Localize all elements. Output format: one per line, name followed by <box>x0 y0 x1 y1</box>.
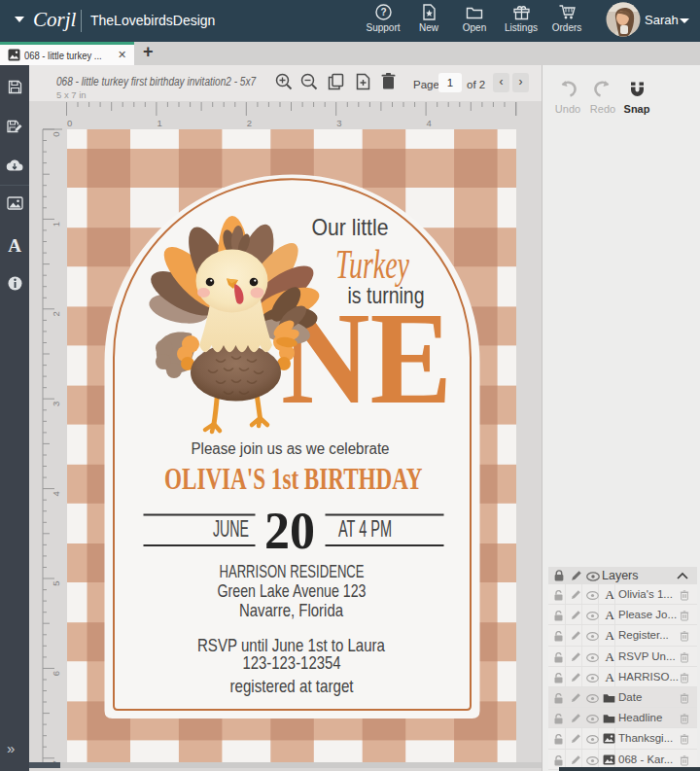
svg-text:AT 4 PM: AT 4 PM <box>338 515 392 542</box>
svg-text:Navarre, Florida: Navarre, Florida <box>239 600 343 620</box>
svg-text:4: 4 <box>51 491 61 496</box>
svg-text:1: 1 <box>157 118 161 128</box>
svg-text:Corjl: Corjl <box>33 8 77 31</box>
svg-text:6: 6 <box>51 671 61 676</box>
svg-text:4: 4 <box>427 118 432 128</box>
svg-text:?: ? <box>380 7 386 18</box>
svg-text:registered at target: registered at target <box>229 676 354 696</box>
svg-text:Please join us as we celebrate: Please join us as we celebrate <box>191 440 389 457</box>
svg-text:2: 2 <box>247 118 252 128</box>
svg-text:OLIVIA'S 1st BIRTHDAY: OLIVIA'S 1st BIRTHDAY <box>164 462 423 496</box>
svg-text:is turning: is turning <box>347 282 424 308</box>
svg-text:5: 5 <box>51 581 61 586</box>
svg-text:0: 0 <box>51 132 61 137</box>
svg-text:JUNE: JUNE <box>213 515 249 542</box>
svg-text:2: 2 <box>51 311 61 316</box>
svg-text:Green Lake Avenue 123: Green Lake Avenue 123 <box>217 580 366 601</box>
svg-text:HARRISON RESIDENCE: HARRISON RESIDENCE <box>219 561 364 581</box>
svg-text:Our little: Our little <box>311 214 388 240</box>
svg-text:123-123-12354: 123-123-12354 <box>242 652 340 673</box>
svg-text:Turkey: Turkey <box>335 242 409 287</box>
svg-text:3: 3 <box>336 118 341 128</box>
svg-text:0: 0 <box>67 118 72 128</box>
svg-text:20: 20 <box>264 501 315 560</box>
svg-text:1: 1 <box>51 222 61 227</box>
svg-text:3: 3 <box>51 402 61 406</box>
